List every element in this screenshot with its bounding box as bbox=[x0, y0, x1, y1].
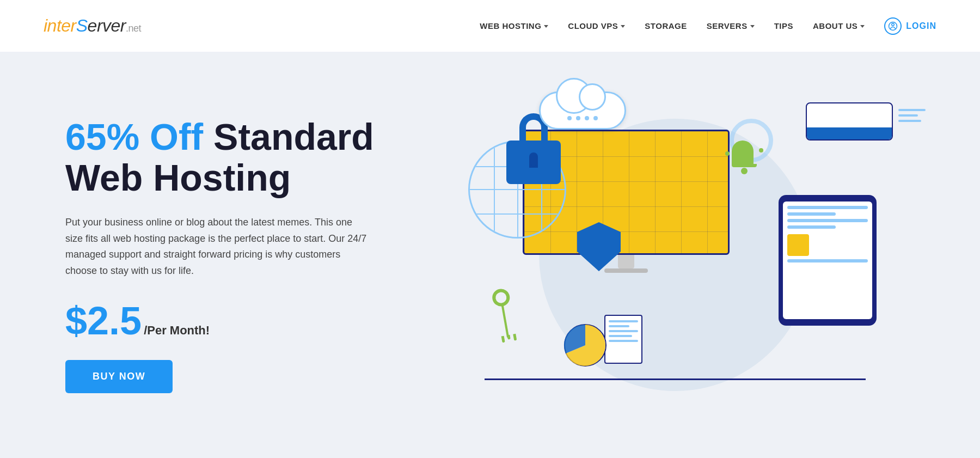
chevron-down-icon bbox=[621, 25, 625, 28]
hero-section: 65% Off StandardWeb Hosting Put your bus… bbox=[0, 52, 980, 458]
nav-cloud-vps[interactable]: CLOUD VPS bbox=[568, 21, 625, 30]
header: interServer.net WEB HOSTING CLOUD VPS ST… bbox=[0, 0, 980, 52]
headline-highlight: 65% Off bbox=[65, 116, 203, 157]
doc-lines-icon bbox=[604, 315, 642, 364]
nav-tips[interactable]: TIPS bbox=[774, 21, 793, 30]
user-circle-icon bbox=[884, 17, 902, 35]
shield-icon bbox=[577, 222, 621, 271]
logo[interactable]: interServer.net bbox=[44, 16, 141, 36]
tablet-icon bbox=[779, 195, 877, 326]
logo-s: S bbox=[76, 16, 88, 36]
key-icon bbox=[491, 288, 518, 343]
nav-about-us[interactable]: ABOUT US bbox=[813, 21, 865, 30]
chevron-down-icon bbox=[750, 25, 755, 28]
nav-storage[interactable]: STORAGE bbox=[645, 21, 687, 30]
chevron-down-icon bbox=[544, 25, 548, 28]
hero-price: $2.5 /Per Month! bbox=[65, 301, 436, 340]
svg-point-1 bbox=[892, 23, 895, 26]
main-nav: WEB HOSTING CLOUD VPS STORAGE SERVERS TI… bbox=[480, 17, 936, 35]
hero-headline: 65% Off StandardWeb Hosting bbox=[65, 117, 436, 198]
cloud-icon bbox=[539, 91, 626, 130]
logo-erver: erver bbox=[88, 16, 126, 36]
price-amount: $2.5 bbox=[65, 301, 142, 340]
hero-illustration bbox=[436, 91, 915, 418]
base-line bbox=[485, 378, 866, 380]
logo-inter: inter bbox=[44, 16, 76, 36]
logo-net: .net bbox=[126, 23, 141, 34]
chevron-down-icon bbox=[860, 25, 865, 28]
login-button[interactable]: LOGIN bbox=[884, 17, 936, 35]
document-icon bbox=[561, 321, 610, 372]
nav-servers[interactable]: SERVERS bbox=[707, 21, 755, 30]
bell-icon bbox=[732, 141, 757, 176]
credit-card-icon bbox=[806, 102, 893, 141]
price-period: /Per Month! bbox=[144, 323, 210, 338]
hero-description: Put your business online or blog about t… bbox=[65, 215, 370, 279]
hero-content: 65% Off StandardWeb Hosting Put your bus… bbox=[65, 117, 436, 393]
buy-now-button[interactable]: BUY NOW bbox=[65, 360, 173, 393]
nav-web-hosting[interactable]: WEB HOSTING bbox=[480, 21, 548, 30]
